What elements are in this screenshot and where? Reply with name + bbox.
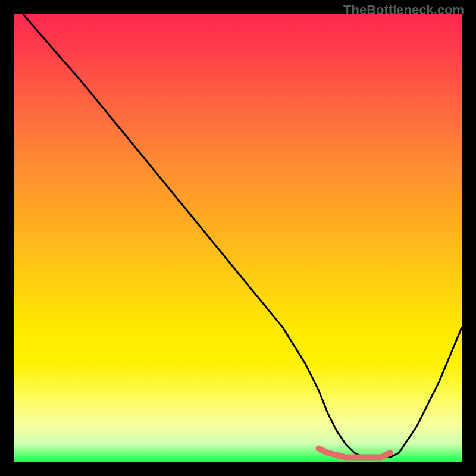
bottleneck-curve <box>23 14 462 458</box>
chart-container: TheBottleneck.com <box>0 0 476 476</box>
plot-area <box>14 14 462 462</box>
curve-overlay <box>14 14 462 462</box>
watermark-text: TheBottleneck.com <box>343 2 464 18</box>
